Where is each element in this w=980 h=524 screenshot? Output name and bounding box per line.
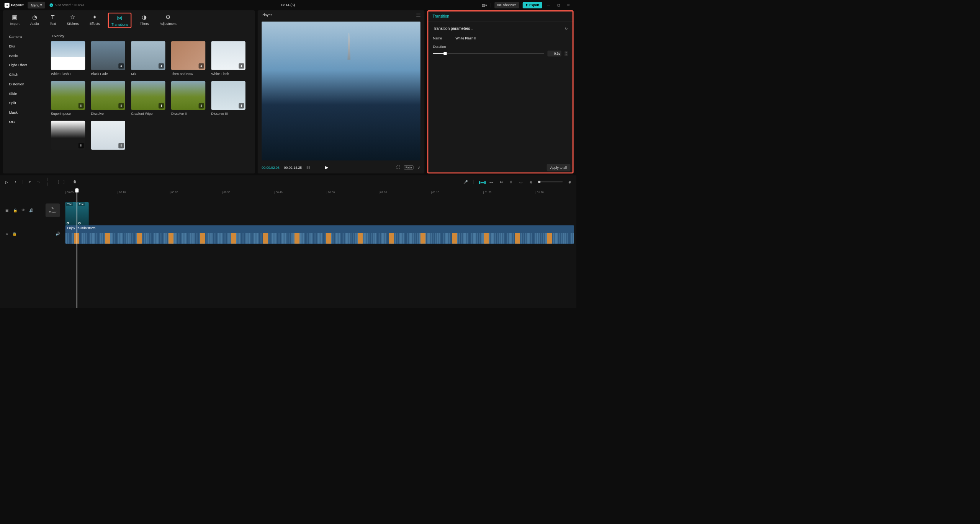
- download-icon[interactable]: ⬇: [199, 103, 204, 108]
- tab-effects[interactable]: ✦Effects: [87, 13, 103, 28]
- thumb-preview[interactable]: ⬇: [131, 41, 165, 70]
- thumb-preview[interactable]: ⬇: [91, 41, 125, 70]
- split-tool[interactable]: 〡〡: [45, 177, 51, 187]
- download-icon[interactable]: ⬇: [159, 63, 164, 69]
- transition-thumb[interactable]: ⬇: [51, 121, 85, 152]
- lock-icon[interactable]: 🔒: [12, 232, 17, 236]
- download-icon[interactable]: ⬇: [118, 63, 124, 69]
- slider-thumb[interactable]: [444, 52, 447, 55]
- thumb-preview[interactable]: ⬇: [51, 81, 85, 110]
- thumb-preview[interactable]: ⬇: [211, 41, 245, 70]
- thumb-preview[interactable]: [51, 41, 85, 70]
- layout-icon[interactable]: ▤▾: [482, 3, 487, 7]
- cover-button[interactable]: ✎ Cover: [46, 204, 60, 217]
- tab-import[interactable]: ▣Import: [7, 13, 22, 28]
- video-track[interactable]: The The: [65, 198, 576, 223]
- category-distortion[interactable]: Distortion: [3, 80, 48, 89]
- thumb-preview[interactable]: ⬇: [171, 81, 205, 110]
- play-button[interactable]: ▶: [325, 165, 328, 170]
- maximize-button[interactable]: ▢: [556, 2, 562, 8]
- tab-filters[interactable]: ◑Filters: [137, 13, 152, 28]
- lock-icon[interactable]: 🔒: [13, 208, 18, 212]
- player-preview[interactable]: [262, 21, 420, 160]
- transition-thumb[interactable]: White Flash II: [51, 41, 85, 76]
- tab-transitions[interactable]: ⋈Transitions: [108, 13, 132, 28]
- pointer-tool[interactable]: ▷: [3, 180, 9, 184]
- track-loop-icon[interactable]: ↻: [5, 232, 8, 236]
- thumb-preview[interactable]: ⬇: [91, 81, 125, 110]
- tab-stickers[interactable]: ☆Stickers: [64, 13, 81, 28]
- duration-slider[interactable]: [433, 53, 544, 54]
- category-mg[interactable]: MG: [3, 117, 48, 127]
- download-icon[interactable]: ⬇: [79, 103, 84, 108]
- tab-text[interactable]: TText: [47, 13, 59, 28]
- transition-thumb[interactable]: ⬇Gradient Wipe: [131, 81, 165, 116]
- category-blur[interactable]: Blur: [3, 42, 48, 51]
- fullscreen-crop-icon[interactable]: ⛶: [396, 165, 400, 170]
- video-clip-1[interactable]: The: [65, 202, 77, 226]
- export-button[interactable]: ⬆ Export: [523, 2, 542, 8]
- duration-input[interactable]: [547, 51, 561, 56]
- playhead[interactable]: [77, 188, 77, 308]
- download-icon[interactable]: ⬇: [118, 143, 124, 148]
- eye-icon[interactable]: 👁: [21, 208, 25, 212]
- compare-icon[interactable]: ▮▮: [306, 165, 310, 170]
- download-icon[interactable]: ⬇: [118, 103, 124, 108]
- download-icon[interactable]: ⬇: [239, 103, 244, 108]
- delete-tool[interactable]: 🗑: [72, 180, 78, 184]
- shortcuts-button[interactable]: ⌨ Shortcuts: [494, 2, 519, 8]
- record-voice-icon[interactable]: 🎤: [463, 180, 468, 184]
- tab-audio[interactable]: ◔Audio: [28, 13, 42, 28]
- close-button[interactable]: ✕: [565, 2, 571, 8]
- category-mask[interactable]: Mask: [3, 108, 48, 118]
- reset-icon[interactable]: ↻: [565, 26, 568, 31]
- timeline-tracks[interactable]: | 00:00| 00:10| 00:20| 00:30| 00:40| 00:…: [65, 188, 576, 308]
- minimize-button[interactable]: —: [546, 2, 552, 8]
- download-icon[interactable]: ⬇: [239, 63, 244, 69]
- timeline-ruler[interactable]: | 00:00| 00:10| 00:20| 00:30| 00:40| 00:…: [65, 188, 576, 198]
- transition-thumb[interactable]: ⬇Superimpose: [51, 81, 85, 116]
- transition-thumb[interactable]: ⬇Mix: [131, 41, 165, 76]
- thumb-preview[interactable]: ⬇: [91, 121, 125, 150]
- transition-thumb[interactable]: ⬇White Flash: [211, 41, 245, 76]
- preview-tool[interactable]: ▭: [518, 180, 524, 184]
- align-tool[interactable]: ⊣⊢: [508, 180, 514, 184]
- transition-thumb[interactable]: ⬇Then and Now: [171, 41, 205, 76]
- thumb-preview[interactable]: ⬇: [51, 121, 85, 150]
- zoom-out-icon[interactable]: ⊖: [528, 180, 534, 184]
- transition-thumb[interactable]: ⬇Dissolve II: [171, 81, 205, 116]
- transition-thumb[interactable]: ⬇: [91, 121, 125, 152]
- mute-icon[interactable]: 🔊: [29, 208, 34, 212]
- category-split[interactable]: Split: [3, 98, 48, 108]
- category-light-effect[interactable]: Light Effect: [3, 60, 48, 70]
- category-camera[interactable]: Camera: [3, 32, 48, 42]
- magnet-tool[interactable]: ▮▬▮: [479, 180, 484, 184]
- download-icon[interactable]: ⬇: [199, 63, 204, 69]
- mute-icon[interactable]: 🔊: [56, 232, 60, 236]
- expand-icon[interactable]: ⤢: [417, 165, 420, 170]
- link-tool[interactable]: ⊶: [488, 180, 494, 184]
- audio-clip[interactable]: Enjoy Thunderstorm: [65, 225, 574, 244]
- redo-button[interactable]: ↷: [36, 180, 41, 184]
- category-glitch[interactable]: Glitch: [3, 70, 48, 80]
- category-basic[interactable]: Basic: [3, 51, 48, 60]
- category-slide[interactable]: Slide: [3, 89, 48, 98]
- download-icon[interactable]: ⬇: [79, 143, 84, 148]
- player-options-icon[interactable]: [416, 14, 420, 16]
- zoom-slider[interactable]: [538, 181, 563, 182]
- transition-thumb[interactable]: ⬇Black Fade: [91, 41, 125, 76]
- collapse-icon[interactable]: ▴: [471, 27, 473, 30]
- transition-thumb[interactable]: ⬇Dissolve III: [211, 81, 245, 116]
- menu-button[interactable]: Menu ▾: [28, 2, 45, 9]
- split-left-tool[interactable]: 〡[: [54, 180, 60, 184]
- transition-thumb[interactable]: ⬇Dissolve: [91, 81, 125, 116]
- split-right-tool[interactable]: ]〡: [63, 180, 69, 184]
- track-toggle-icon[interactable]: ▣: [5, 208, 9, 212]
- thumb-preview[interactable]: ⬇: [131, 81, 165, 110]
- duration-step-down[interactable]: ▾: [564, 54, 568, 56]
- chain-tool[interactable]: ⚯: [498, 180, 504, 184]
- undo-button[interactable]: ↶: [27, 180, 33, 184]
- apply-to-all-button[interactable]: Apply to all: [546, 164, 570, 171]
- tool-dropdown-icon[interactable]: ▾: [13, 181, 18, 183]
- thumb-preview[interactable]: ⬇: [211, 81, 245, 110]
